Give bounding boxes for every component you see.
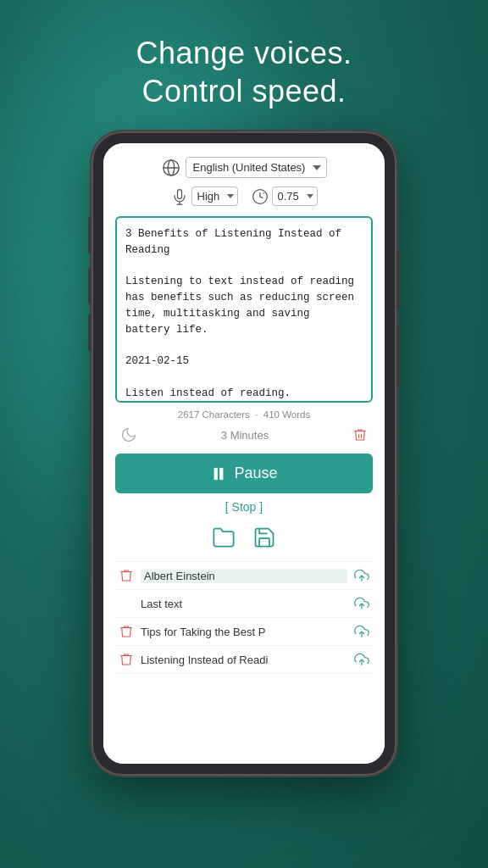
time-row: 3 Minutes: [115, 425, 373, 445]
svg-rect-7: [220, 468, 223, 479]
file-list-item[interactable]: Last text: [115, 590, 373, 618]
file-name: Tips for Taking the Best P: [141, 626, 347, 638]
phone-screen: English (United States) High: [103, 143, 385, 764]
language-row: English (United States): [115, 157, 373, 178]
screen-content: English (United States) High: [103, 143, 385, 764]
file-export-icon[interactable]: [354, 596, 369, 611]
voice-icon: [171, 188, 188, 205]
action-icons-row: [115, 526, 373, 549]
delete-icon[interactable]: [352, 427, 368, 442]
headline-line1: Change voices.: [136, 36, 352, 70]
duration-text: 3 Minutes: [137, 429, 352, 442]
moon-icon: [120, 426, 137, 443]
file-trash-icon[interactable]: [119, 652, 134, 667]
phone-frame: English (United States) High: [92, 131, 396, 776]
file-name: Last text: [141, 598, 347, 610]
file-export-icon[interactable]: [354, 624, 369, 639]
pause-label: Pause: [234, 465, 277, 482]
file-name: Albert Einstein: [141, 569, 347, 583]
save-icon[interactable]: [252, 526, 276, 549]
svg-rect-6: [214, 468, 217, 479]
stop-label: [ Stop ]: [225, 500, 263, 514]
voice-select[interactable]: High: [191, 186, 238, 206]
language-select[interactable]: English (United States): [186, 157, 327, 178]
text-area[interactable]: 3 Benefits of Listening Instead of Readi…: [115, 216, 373, 403]
controls-row: High 0.75: [115, 186, 373, 206]
file-list-item[interactable]: Tips for Taking the Best P: [115, 618, 373, 646]
voice-control-group: High: [171, 186, 238, 206]
headline: Change voices. Control speed.: [0, 0, 488, 127]
file-export-icon[interactable]: [354, 652, 369, 667]
word-count: 410 Words: [263, 409, 310, 420]
globe-icon: [162, 159, 180, 177]
file-trash-icon[interactable]: [119, 624, 134, 639]
pause-button[interactable]: Pause: [115, 453, 373, 493]
speed-select[interactable]: 0.75: [272, 186, 318, 206]
speed-icon: [252, 188, 269, 205]
character-count: 2617 Characters: [178, 409, 250, 420]
file-trash-icon[interactable]: [119, 568, 134, 583]
file-export-icon[interactable]: [354, 568, 369, 583]
file-list-item[interactable]: Albert Einstein: [115, 562, 373, 590]
open-folder-icon[interactable]: [212, 526, 236, 549]
stats-row: 2617 Characters · 410 Words: [115, 409, 373, 420]
file-name: Listening Instead of Readi: [141, 654, 347, 666]
file-list: Albert Einstein Last text Tips for Takin…: [115, 561, 373, 674]
file-list-item[interactable]: Listening Instead of Readi: [115, 646, 373, 674]
headline-line2: Control speed.: [141, 74, 346, 108]
stop-button[interactable]: [ Stop ]: [115, 500, 373, 514]
speed-control-group: 0.75: [252, 186, 318, 206]
pause-icon: [210, 465, 227, 482]
text-area-content: 3 Benefits of Listening Instead of Readi…: [125, 226, 363, 403]
